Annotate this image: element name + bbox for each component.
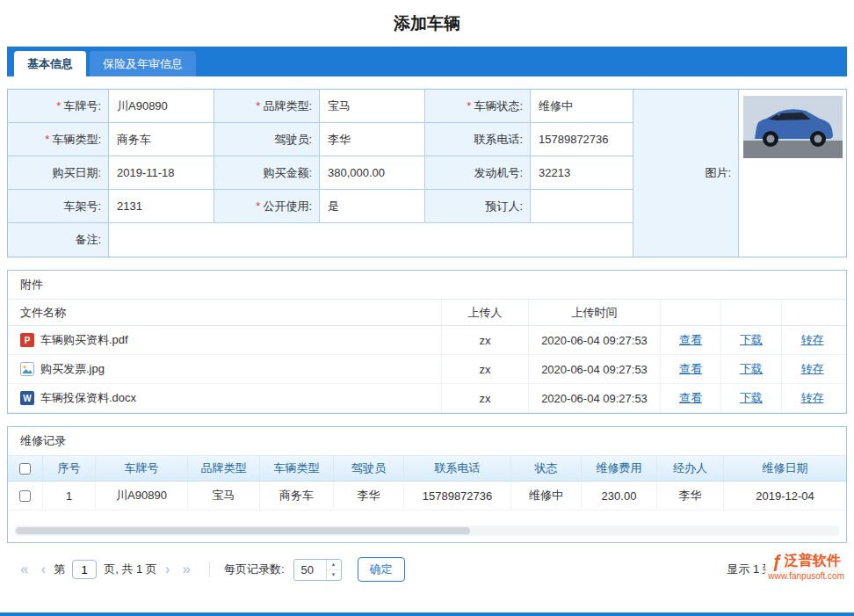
per-page-spinner[interactable]: 50 ▲ ▼	[293, 559, 342, 581]
attachments-title: 附件	[8, 271, 846, 299]
watermark: ƒ 泛普软件 www.fanpusoft.com	[765, 551, 847, 582]
view-link[interactable]: 查看	[679, 332, 702, 348]
spinner-down-icon[interactable]: ▼	[327, 570, 341, 580]
basic-info-panel: *车牌号: 川A90890 *品牌类型: 宝马 *车辆状态: 维修中 *车辆类型…	[7, 89, 847, 257]
svg-text:P: P	[25, 336, 31, 345]
maintenance-row: 1 川A90890 宝马 商务车 李华 15789872736 维修中 230.…	[8, 482, 846, 511]
transfer-link[interactable]: 转存	[801, 332, 824, 348]
view-link[interactable]: 查看	[679, 390, 702, 406]
field-value-reservist	[531, 190, 633, 223]
attachments-header-row: 文件名称 上传人 上传时间	[8, 299, 846, 326]
cell-date: 2019-12-04	[724, 482, 846, 510]
cell-handler: 李华	[657, 482, 724, 510]
scrollbar-thumb[interactable]	[16, 527, 470, 534]
watermark-url: www.fanpusoft.com	[768, 571, 844, 581]
first-page-button[interactable]: «	[14, 561, 34, 578]
page-label: 第	[54, 562, 65, 577]
page-title: 添加车辆	[0, 0, 854, 47]
field-value-driver: 李华	[320, 123, 425, 156]
image-field: 图片:	[633, 90, 846, 257]
field-label-plate-number: *车牌号:	[8, 90, 109, 123]
pagination-bar: « ‹ 第 页, 共 1 页 › » 每页记录数: 50 ▲ ▼ 确定 显示 1…	[7, 550, 847, 589]
cell-plate: 川A90890	[96, 482, 188, 510]
field-value-remark	[109, 223, 633, 257]
attachment-row: P 车辆购买资料.pdf zx 2020-06-04 09:27:53 查看 下…	[8, 326, 846, 355]
field-value-engine-number: 32213	[531, 156, 633, 190]
next-page-button[interactable]: ›	[159, 561, 177, 578]
field-label-vehicle-status: *车辆状态:	[425, 90, 531, 123]
required-asterisk: *	[256, 199, 260, 213]
column-header-plate: 车牌号	[96, 456, 188, 481]
column-header-uploader: 上传人	[442, 300, 529, 325]
page-number-input[interactable]	[72, 560, 97, 579]
field-label-purchase-date: 购买日期:	[8, 156, 109, 190]
field-value-public-use: 是	[320, 190, 425, 223]
attachment-row: 购买发票.jpg zx 2020-06-04 09:27:53 查看 下载 转存	[8, 355, 846, 384]
field-value-purchase-amount: 380,000.00	[320, 156, 425, 190]
watermark-brand: 泛普软件	[785, 552, 841, 570]
attachment-uploader: zx	[442, 326, 529, 354]
svg-text:W: W	[23, 394, 32, 403]
field-label-contact-phone: 联系电话:	[425, 123, 531, 156]
row-checkbox[interactable]	[19, 490, 31, 502]
field-label-reservist: 预订人:	[425, 190, 531, 223]
attachment-filename: P 车辆购买资料.pdf	[8, 326, 442, 354]
required-asterisk: *	[467, 99, 471, 112]
field-value-plate-number: 川A90890	[109, 90, 214, 123]
column-header-fee: 维修费用	[582, 456, 657, 481]
field-value-vehicle-status: 维修中	[531, 90, 633, 123]
attachment-filename: 购买发票.jpg	[8, 355, 442, 383]
image-field-label: 图片:	[633, 90, 739, 257]
tab-bar: 基本信息 保险及年审信息	[7, 47, 847, 76]
field-label-public-use: *公开使用:	[214, 190, 320, 223]
field-label-driver: 驾驶员:	[214, 123, 320, 156]
field-value-purchase-date: 2019-11-18	[109, 156, 214, 190]
field-value-contact-phone: 15789872736	[531, 123, 633, 156]
transfer-link[interactable]: 转存	[801, 390, 824, 406]
maintenance-title: 维修记录	[8, 427, 846, 455]
column-header-upload-time: 上传时间	[529, 300, 661, 325]
required-asterisk: *	[45, 133, 49, 146]
tab-insurance-info[interactable]: 保险及年审信息	[90, 51, 196, 76]
attachment-row: W 车辆投保资料.docx zx 2020-06-04 09:27:53 查看 …	[8, 384, 846, 413]
download-link[interactable]: 下载	[740, 361, 763, 377]
column-header-phone: 联系电话	[404, 456, 511, 481]
horizontal-scrollbar[interactable]	[14, 525, 840, 536]
vehicle-photo-image	[743, 96, 843, 158]
confirm-button[interactable]: 确定	[358, 557, 405, 582]
maintenance-panel: 维修记录 序号 车牌号 品牌类型 车辆类型 驾驶员 联系电话 状态 维修费用 经…	[7, 426, 847, 543]
vehicle-photo	[739, 90, 846, 257]
view-link[interactable]: 查看	[679, 361, 702, 377]
transfer-link[interactable]: 转存	[801, 361, 824, 377]
word-file-icon: W	[20, 391, 34, 405]
attachment-upload-time: 2020-06-04 09:27:53	[529, 384, 661, 412]
select-all-checkbox[interactable]	[19, 463, 31, 475]
fanpu-logo-icon: ƒ	[772, 554, 782, 569]
per-page-value[interactable]: 50	[294, 560, 326, 580]
column-header-driver: 驾驶员	[334, 456, 404, 481]
tab-basic-info[interactable]: 基本信息	[14, 51, 86, 76]
attachment-upload-time: 2020-06-04 09:27:53	[529, 326, 661, 354]
download-link[interactable]: 下载	[740, 332, 763, 348]
download-link[interactable]: 下载	[740, 390, 763, 406]
cell-status: 维修中	[511, 482, 582, 510]
spinner-up-icon[interactable]: ▲	[327, 560, 341, 570]
column-header-handler: 经办人	[657, 456, 724, 481]
column-header-filename: 文件名称	[8, 300, 442, 325]
cell-phone: 15789872736	[404, 482, 511, 510]
last-page-button[interactable]: »	[177, 561, 197, 578]
cell-driver: 李华	[334, 482, 404, 510]
attachment-filename: W 车辆投保资料.docx	[8, 384, 442, 412]
column-header-seq: 序号	[43, 456, 96, 481]
required-asterisk: *	[56, 99, 61, 112]
field-value-brand-type: 宝马	[320, 90, 425, 123]
field-label-engine-number: 发动机号:	[425, 156, 531, 190]
cell-vehicle-type: 商务车	[260, 482, 334, 510]
field-label-remark: 备注:	[8, 223, 109, 257]
cell-seq: 1	[43, 482, 96, 510]
prev-page-button[interactable]: ‹	[34, 561, 52, 578]
attachment-uploader: zx	[442, 384, 529, 412]
column-header-action-2	[721, 300, 782, 325]
attachment-upload-time: 2020-06-04 09:27:53	[529, 355, 661, 383]
column-header-vehicle-type: 车辆类型	[260, 456, 334, 481]
